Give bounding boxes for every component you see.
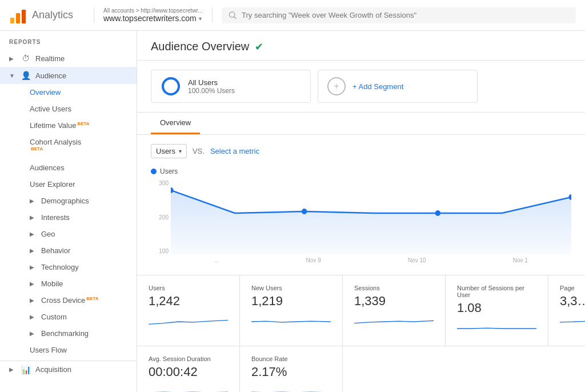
sidebar-item-active-users[interactable]: Active Users — [0, 101, 137, 117]
metric-card-bounce-rate: Bounce Rate 2.17% — [240, 346, 343, 392]
main-layout: REPORTS ▶ ⏱ Realtime ▼ 👤 Audience Overvi… — [0, 31, 585, 392]
sidebar-item-user-explorer[interactable]: User Explorer — [0, 176, 137, 193]
metric-dropdown-label: Users — [156, 147, 175, 155]
select-metric-link[interactable]: Select a metric — [210, 147, 259, 155]
sidebar-item-overview[interactable]: Overview — [0, 84, 137, 101]
analytics-logo-icon — [9, 6, 27, 25]
verified-icon: ✔ — [255, 41, 263, 53]
segment-info: All Users 100.00% Users — [188, 78, 235, 95]
metric-label-new-users: New Users — [251, 285, 331, 291]
reports-label: REPORTS — [0, 31, 137, 50]
sidebar-item-lifetime-value[interactable]: Lifetime ValueBETA — [0, 117, 137, 134]
metric-card-sessions-per-user: Number of Sessions per User 1.08 — [446, 275, 548, 346]
svg-line-4 — [234, 17, 236, 18]
chevron-right-mobile-icon: ▶ — [30, 281, 37, 287]
legend-label-users: Users — [160, 167, 178, 175]
mini-chart-users — [149, 313, 228, 330]
mini-chart-avg-session — [149, 384, 228, 392]
person-icon: 👤 — [21, 71, 31, 80]
sidebar-label-lifetime-value: Lifetime ValueBETA — [30, 121, 90, 130]
logo-area: Analytics — [9, 6, 94, 25]
all-users-segment-card[interactable]: All Users 100.00% Users — [151, 70, 311, 103]
beta-badge-cohort: BETA — [31, 146, 43, 151]
sidebar-item-technology[interactable]: ▶ Technology — [0, 259, 137, 275]
chevron-right-acquisition-icon: ▶ — [9, 366, 16, 373]
sidebar: REPORTS ▶ ⏱ Realtime ▼ 👤 Audience Overvi… — [0, 31, 137, 392]
metric-selector-row: Users ▾ VS. Select a metric — [137, 135, 585, 163]
metric-label-bounce-rate: Bounce Rate — [251, 355, 331, 362]
chevron-right-benchmarking-icon: ▶ — [30, 330, 37, 337]
sidebar-label-audiences: Audiences — [30, 163, 65, 172]
svg-point-3 — [229, 11, 235, 17]
sidebar-label-demographics: Demographics — [41, 197, 89, 205]
sidebar-label-mobile: Mobile — [41, 279, 63, 288]
sidebar-item-audiences[interactable]: Audiences — [0, 159, 137, 176]
sidebar-item-acquisition[interactable]: ▶ 📊 Acquisition — [0, 361, 137, 378]
metric-card-users: Users 1,242 — [137, 275, 240, 346]
chevron-right-technology-icon: ▶ — [30, 264, 37, 270]
svg-point-9 — [302, 209, 307, 214]
sidebar-item-cohort-analysis[interactable]: Cohort AnalysisBETA — [0, 134, 137, 159]
metric-value-avg-session: 00:00:42 — [149, 365, 228, 379]
add-segment-card[interactable]: + + Add Segment — [318, 70, 478, 103]
metric-card-pageviews: Page 3,3… — [548, 275, 585, 346]
sidebar-label-technology: Technology — [41, 263, 79, 271]
sidebar-item-behavior[interactable]: ▶ Behavior — [0, 242, 137, 259]
metric-value-sessions-per-user: 1.08 — [457, 301, 536, 315]
sidebar-label-benchmarking: Benchmarking — [41, 329, 89, 338]
metric-dropdown[interactable]: Users ▾ — [151, 144, 187, 158]
search-bar[interactable] — [222, 7, 576, 23]
sidebar-item-users-flow[interactable]: Users Flow — [0, 342, 137, 358]
segment-row: All Users 100.00% Users + + Add Segment — [137, 61, 585, 113]
chart-area: Users 300 200 100 — [137, 163, 585, 275]
chevron-right-icon: ▶ — [9, 55, 16, 62]
chevron-right-interests-icon: ▶ — [30, 214, 37, 221]
add-segment-circle-icon: + — [327, 77, 346, 95]
search-input[interactable] — [242, 11, 569, 19]
chart-svg — [171, 180, 571, 254]
tab-row: Overview — [137, 113, 585, 135]
sidebar-item-demographics[interactable]: ▶ Demographics — [0, 193, 137, 209]
sidebar-item-geo[interactable]: ▶ Geo — [0, 226, 137, 242]
tab-overview[interactable]: Overview — [151, 113, 200, 134]
metric-label-users: Users — [149, 285, 228, 291]
all-users-donut-icon — [161, 76, 181, 97]
chart-wrapper: 300 200 100 — [151, 180, 571, 266]
beta-badge-cross-device: BETA — [86, 296, 98, 301]
vs-label: VS. — [193, 147, 205, 155]
mini-chart-sessions — [354, 313, 434, 330]
y-label-200: 200 — [159, 214, 169, 221]
sidebar-item-benchmarking[interactable]: ▶ Benchmarking — [0, 325, 137, 342]
chevron-right-custom-icon: ▶ — [30, 314, 37, 320]
svg-rect-2 — [22, 10, 26, 23]
x-label-nov9: Nov 9 — [306, 257, 321, 263]
y-label-100: 100 — [159, 248, 169, 254]
sidebar-item-custom[interactable]: ▶ Custom — [0, 309, 137, 325]
sidebar-item-cross-device[interactable]: ▶ Cross DeviceBETA — [0, 292, 137, 309]
metrics-row-1: Users 1,242 New Users 1,219 Sessions 1,3… — [137, 275, 585, 346]
x-label-nov11: Nov 1 — [513, 257, 528, 263]
sidebar-label-realtime: Realtime — [35, 54, 65, 63]
chevron-right-crossdevice-icon: ▶ — [30, 297, 37, 303]
site-selector[interactable]: All accounts > http://www.topsecretwr...… — [94, 7, 213, 23]
metric-card-avg-session: Avg. Session Duration 00:00:42 — [137, 346, 240, 392]
sidebar-item-mobile[interactable]: ▶ Mobile — [0, 275, 137, 292]
segment-pct: 100.00% Users — [188, 87, 235, 95]
metrics-row-2: Avg. Session Duration 00:00:42 Bounce Ra… — [137, 346, 585, 392]
metric-label-sessions-per-user: Number of Sessions per User — [457, 285, 536, 298]
mini-chart-pageviews — [560, 313, 585, 330]
top-header: Analytics All accounts > http://www.tops… — [0, 0, 585, 31]
sidebar-item-interests[interactable]: ▶ Interests — [0, 209, 137, 226]
sidebar-item-audience[interactable]: ▼ 👤 Audience — [0, 67, 137, 84]
svg-rect-1 — [16, 13, 20, 23]
metric-label-avg-session: Avg. Session Duration — [149, 355, 228, 362]
sidebar-label-geo: Geo — [41, 230, 55, 238]
sidebar-label-interests: Interests — [41, 213, 70, 222]
sidebar-item-realtime[interactable]: ▶ ⏱ Realtime — [0, 50, 137, 67]
site-name[interactable]: www.topsecretwriters.com ▾ — [103, 14, 203, 23]
logo-text: Analytics — [32, 9, 73, 21]
metric-value-users: 1,242 — [149, 294, 228, 309]
svg-point-10 — [435, 210, 440, 216]
sidebar-label-behavior: Behavior — [41, 246, 70, 255]
svg-point-6 — [163, 78, 179, 94]
